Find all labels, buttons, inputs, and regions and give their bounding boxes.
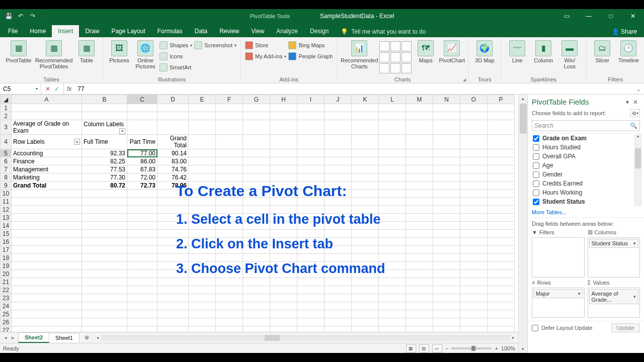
charts-launcher-icon[interactable]: ◢ — [463, 77, 466, 82]
enter-formula-icon[interactable]: ✓ — [54, 85, 59, 93]
field-hours-studied[interactable]: Hours Studied — [532, 143, 642, 152]
field-age[interactable]: Age — [532, 161, 642, 170]
page-layout-view-icon[interactable]: ▤ — [419, 344, 429, 352]
redo-icon[interactable]: ↷ — [27, 11, 38, 22]
field-list[interactable]: ▴ Grade on ExamHours StudiedOverall GPAA… — [532, 133, 642, 206]
screenshot-button[interactable]: Screenshot ▾ — [194, 40, 236, 50]
chart-type-gallery[interactable] — [379, 38, 412, 73]
sheet-tab-sheet1[interactable]: Sheet1 — [49, 333, 79, 342]
table-button[interactable]: ▦Table — [74, 38, 99, 63]
shapes-button[interactable]: Shapes ▾ — [159, 40, 192, 50]
tab-design[interactable]: Design — [304, 25, 335, 37]
zoom-slider[interactable] — [451, 347, 492, 349]
pie-chart-icon[interactable] — [401, 41, 412, 51]
line-chart-icon[interactable] — [390, 41, 400, 51]
pane-options-icon[interactable]: ▾ — [624, 99, 631, 106]
scatter-chart-icon[interactable] — [401, 52, 412, 62]
ribbon-options-icon[interactable]: ▭ — [555, 9, 578, 23]
3d-map-button[interactable]: 🌍3D Map — [472, 38, 497, 63]
select-all-cell[interactable]: ◢ — [1, 95, 12, 104]
row-chip-major[interactable]: Major▾ — [533, 289, 583, 298]
bing-maps-button[interactable]: Bing Maps — [288, 40, 333, 50]
my-addins-button[interactable]: My Add-ins ▾ — [245, 51, 286, 61]
field-checkbox[interactable] — [533, 135, 539, 142]
new-sheet-button[interactable]: ⊕ — [82, 334, 93, 341]
field-checkbox[interactable] — [533, 199, 539, 205]
zoom-level[interactable]: 100% — [501, 345, 515, 351]
undo-icon[interactable]: ↶ — [15, 11, 26, 22]
field-credits-earned[interactable]: Credits Earned — [532, 179, 642, 188]
update-button[interactable]: Update — [611, 323, 640, 332]
field-checkbox[interactable] — [533, 153, 539, 160]
maps-button[interactable]: 🗺Maps — [414, 38, 438, 63]
maximize-icon[interactable]: □ — [600, 9, 622, 23]
waterfall-chart-icon[interactable] — [379, 63, 389, 73]
tab-review[interactable]: Review — [213, 25, 245, 37]
field-gender[interactable]: Gender — [532, 170, 642, 179]
expand-formula-bar-icon[interactable]: ⌄ — [633, 85, 644, 93]
recommended-charts-button[interactable]: 📊Recommended Charts — [341, 38, 377, 69]
field-search-input[interactable]: Search🔍 — [532, 120, 640, 131]
column-chip-student-status[interactable]: Student Status▾ — [589, 239, 639, 248]
zoom-in-icon[interactable]: + — [495, 345, 498, 351]
more-tables-link[interactable]: More Tables... — [528, 208, 644, 217]
field-list-scrollbar[interactable]: ▴ — [634, 134, 642, 206]
field-checkbox[interactable] — [533, 180, 539, 187]
sheet-tab-sheet2[interactable]: Sheet2 — [18, 332, 49, 343]
recommended-pivottables-button[interactable]: ▦Recommended PivotTables — [35, 38, 72, 69]
page-break-view-icon[interactable]: ▭ — [432, 344, 442, 352]
value-chip-average-grade[interactable]: Average of Grade...▾ — [589, 289, 639, 304]
save-icon[interactable]: 💾 — [3, 11, 14, 22]
field-checkbox[interactable] — [533, 190, 539, 196]
field-checkbox[interactable] — [533, 162, 539, 169]
timeline-button[interactable]: 🕒Timeline — [616, 38, 640, 63]
normal-view-icon[interactable]: ▦ — [406, 344, 416, 352]
icons-button[interactable]: Icons — [159, 51, 192, 61]
tab-page-layout[interactable]: Page Layout — [105, 25, 151, 37]
pivotchart-button[interactable]: 📈PivotChart — [440, 38, 464, 63]
pane-close-icon[interactable]: ✕ — [631, 99, 640, 106]
sparkline-line-button[interactable]: 〰Line — [505, 38, 529, 63]
fx-icon[interactable]: fx — [64, 85, 74, 93]
values-area[interactable]: Average of Grade...▾ — [588, 288, 640, 318]
vertical-scrollbar[interactable]: ▴▾ — [518, 95, 527, 353]
worksheet-grid[interactable]: ◢ ABCD EFGHIJKLMNOP 123Average of Grade … — [0, 95, 518, 332]
sheet-nav[interactable]: ◂▸ — [0, 334, 19, 341]
field-student-status[interactable]: Student Status — [532, 197, 642, 206]
sparkline-column-button[interactable]: ▮Column — [531, 38, 555, 63]
name-box[interactable]: C5▾ — [0, 83, 41, 94]
tab-file[interactable]: File — [2, 25, 24, 37]
tell-me-box[interactable]: 💡 Tell me what you want to do — [341, 28, 426, 37]
smartart-button[interactable]: SmartArt — [159, 62, 192, 72]
customize-qat-icon[interactable]: ▼ — [39, 11, 50, 22]
hierarchy-chart-icon[interactable] — [379, 52, 389, 62]
combo-chart-icon[interactable] — [390, 63, 400, 73]
tab-formulas[interactable]: Formulas — [151, 25, 189, 37]
pivottable-button[interactable]: ▦PivotTable — [4, 38, 33, 63]
zoom-out-icon[interactable]: − — [445, 345, 448, 351]
field-hours-working[interactable]: Hours Working — [532, 188, 642, 197]
people-graph-button[interactable]: People Graph — [288, 51, 333, 61]
cancel-formula-icon[interactable]: ✕ — [45, 85, 50, 93]
field-checkbox[interactable] — [533, 144, 539, 151]
rows-area[interactable]: Major▾ — [532, 288, 585, 318]
store-button[interactable]: Store — [245, 40, 286, 50]
pictures-button[interactable]: 🖼Pictures — [107, 38, 131, 63]
column-headers[interactable]: ◢ ABCD EFGHIJKLMNOP — [1, 95, 515, 104]
tab-insert[interactable]: Insert — [52, 25, 79, 37]
statistic-chart-icon[interactable] — [390, 52, 400, 62]
slicer-button[interactable]: 🗂Slicer — [590, 38, 614, 63]
field-checkbox[interactable] — [533, 171, 539, 178]
share-button[interactable]: 👤 Share — [607, 26, 642, 37]
close-icon[interactable]: ✕ — [622, 9, 644, 23]
defer-layout-checkbox[interactable] — [532, 325, 538, 331]
tab-analyze[interactable]: Analyze — [270, 25, 304, 37]
pane-layout-icon[interactable]: ⚙▾ — [630, 109, 640, 117]
bar-chart-icon[interactable] — [379, 41, 389, 51]
field-overall-gpa[interactable]: Overall GPA — [532, 152, 642, 161]
tab-data[interactable]: Data — [189, 25, 213, 37]
field-grade-on-exam[interactable]: Grade on Exam — [532, 134, 642, 143]
surface-chart-icon[interactable] — [401, 63, 412, 73]
columns-area[interactable]: Student Status▾ — [588, 237, 640, 278]
sparkline-winloss-button[interactable]: ▬Win/ Loss — [557, 38, 582, 69]
